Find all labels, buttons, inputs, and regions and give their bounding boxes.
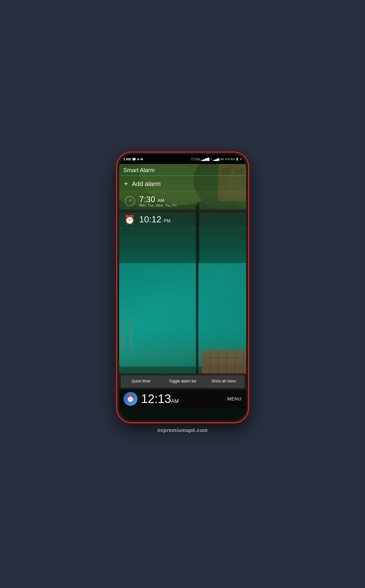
status-right: 📳 ((•)) ▂▄▆█ 1 ▂▄▆ 4G 476 B/s 🔋 8 [191, 158, 242, 161]
alarm-time-block-1: 7:30 AM Mon, Tue, Wed, Thu, Fri [139, 195, 177, 207]
carrier-num: 1 [210, 158, 212, 161]
alarm-time-block-2: 10:12 PM [139, 215, 171, 224]
bottom-clock-bar: ⏰ 12:13AM MENU [119, 389, 246, 408]
screen: 3 AM 💬 ➤ ✉ 📳 ((•)) ▂▄▆█ 1 ▂▄▆ 4G 476 B/s… [119, 154, 246, 420]
alarm-icon-1 [124, 195, 136, 207]
photo-spacer [119, 229, 246, 373]
bottom-toolbar: Quick timer Toggle alarm list Show all m… [119, 373, 246, 389]
app-icon: ⏰ [124, 392, 137, 406]
toggle-alarm-list-button[interactable]: Toggle alarm list [162, 375, 203, 387]
app-title: Smart Alarm [124, 167, 155, 173]
signal-bars: ▂▄▆█ [201, 158, 210, 161]
alarm-item-2[interactable]: ⏰ 10:12 PM [119, 211, 246, 229]
phone-shell: 3 AM 💬 ➤ ✉ 📳 ((•)) ▂▄▆█ 1 ▂▄▆ 4G 476 B/s… [116, 152, 249, 423]
app-header: Smart Alarm [119, 164, 246, 176]
battery-speed: 476 B/s [225, 158, 235, 161]
quick-timer-button[interactable]: Quick timer [121, 375, 162, 387]
status-left: 3 AM 💬 ➤ ✉ [124, 158, 143, 161]
menu-label[interactable]: MENU [227, 396, 241, 401]
network-type: 4G [220, 158, 224, 161]
show-all-menu-button[interactable]: Show all menu [204, 375, 244, 387]
alarm-bell-icon: ⏰ [124, 214, 136, 225]
battery-icon: 🔋 [235, 158, 239, 161]
alarm-time-2: 10:12 PM [139, 215, 171, 224]
website-label: inipremiumapk.com [157, 428, 208, 433]
status-bar: 3 AM 💬 ➤ ✉ 📳 ((•)) ▂▄▆█ 1 ▂▄▆ 4G 476 B/s… [119, 154, 246, 164]
signal-bars-2: ▂▄▆ [213, 158, 219, 161]
status-time: 3 AM [124, 158, 131, 161]
clock-outline-icon [125, 196, 135, 206]
wifi-icon: ((•)) [195, 158, 200, 161]
add-alarm-label: Add alarm [132, 180, 161, 188]
notification-icons: 💬 ➤ ✉ [132, 158, 143, 161]
add-alarm-row[interactable]: + Add alarm [119, 176, 246, 192]
vibrate-icon: 📳 [191, 158, 194, 161]
alarm-days-1: Mon, Tue, Wed, Thu, Fri [139, 203, 177, 207]
alarm-item-1[interactable]: 7:30 AM Mon, Tue, Wed, Thu, Fri [119, 192, 246, 211]
plus-icon: + [124, 180, 128, 188]
phone-wrapper: 3 AM 💬 ➤ ✉ 📳 ((•)) ▂▄▆█ 1 ▂▄▆ 4G 476 B/s… [116, 152, 249, 423]
alarm-time-1: 7:30 AM [139, 195, 177, 203]
battery-level: 8 [240, 158, 241, 161]
app-content: Smart Alarm + Add alarm 7:30 AM [119, 164, 246, 420]
current-time: 12:13AM [141, 393, 224, 405]
